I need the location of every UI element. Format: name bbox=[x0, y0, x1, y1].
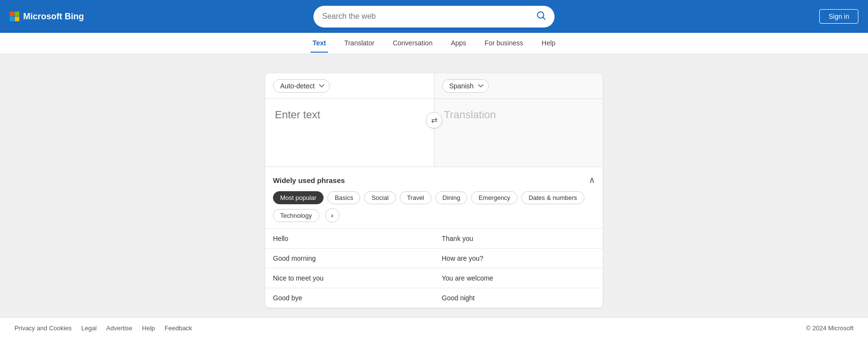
swap-languages-button[interactable]: ⇄ bbox=[426, 112, 442, 128]
svg-rect-0 bbox=[10, 12, 14, 16]
nav-item-translator[interactable]: Translator bbox=[342, 34, 377, 53]
categories-next-button[interactable]: › bbox=[325, 208, 339, 223]
search-button[interactable] bbox=[536, 11, 546, 23]
phrase-good-bye[interactable]: Good bye bbox=[265, 288, 434, 308]
category-dates-numbers[interactable]: Dates & numbers bbox=[521, 191, 584, 204]
phrases-header: Widely used phrases ∧ bbox=[265, 175, 603, 191]
phrases-categories: Most popular Basics Social Travel Dining… bbox=[265, 191, 603, 228]
collapse-phrases-button[interactable]: ∧ bbox=[589, 175, 595, 185]
category-most-popular[interactable]: Most popular bbox=[273, 191, 324, 204]
signin-button[interactable]: Sign in bbox=[819, 9, 858, 24]
target-lang-selector[interactable]: Spanish bbox=[434, 73, 603, 99]
target-panel: Spanish Translation bbox=[434, 73, 603, 167]
source-lang-dropdown[interactable]: Auto-detect bbox=[273, 79, 330, 93]
translator-panels: Auto-detect ⇄ Spanish Translation bbox=[265, 73, 603, 167]
footer-copyright: © 2024 Microsoft bbox=[806, 324, 854, 332]
target-lang-dropdown[interactable]: Spanish bbox=[442, 79, 489, 93]
nav-item-help[interactable]: Help bbox=[540, 34, 557, 53]
source-panel: Auto-detect bbox=[265, 73, 434, 167]
translation-output: Translation bbox=[434, 99, 603, 167]
phrase-good-night[interactable]: Good night bbox=[434, 288, 603, 308]
search-bar-container bbox=[313, 6, 555, 28]
category-social[interactable]: Social bbox=[364, 191, 395, 204]
nav-item-text[interactable]: Text bbox=[311, 34, 328, 53]
phrase-nice-to-meet-you[interactable]: Nice to meet you bbox=[265, 268, 434, 288]
nav: Text Translator Conversation Apps For bu… bbox=[0, 33, 868, 54]
search-bar bbox=[313, 6, 555, 28]
translator-container: Auto-detect ⇄ Spanish Translation Wid bbox=[265, 73, 603, 308]
footer-link-help[interactable]: Help bbox=[142, 324, 155, 332]
header: Microsoft Bing Sign in bbox=[0, 0, 868, 33]
footer-link-feedback[interactable]: Feedback bbox=[164, 324, 192, 332]
main-content: Auto-detect ⇄ Spanish Translation Wid bbox=[0, 54, 868, 317]
phrases-title: Widely used phrases bbox=[273, 176, 345, 184]
microsoft-logo-icon bbox=[10, 12, 19, 21]
nav-item-forbusiness[interactable]: For business bbox=[483, 34, 525, 53]
svg-rect-3 bbox=[14, 16, 19, 21]
category-basics[interactable]: Basics bbox=[327, 191, 360, 204]
logo-text: Microsoft Bing bbox=[23, 12, 84, 22]
category-emergency[interactable]: Emergency bbox=[471, 191, 517, 204]
phrases-section: Widely used phrases ∧ Most popular Basic… bbox=[265, 167, 603, 308]
phrase-hello[interactable]: Hello bbox=[265, 228, 434, 248]
svg-rect-2 bbox=[10, 16, 14, 21]
footer: Privacy and Cookies Legal Advertise Help… bbox=[0, 317, 868, 338]
category-dining[interactable]: Dining bbox=[435, 191, 468, 204]
category-technology[interactable]: Technology bbox=[273, 209, 319, 222]
footer-links: Privacy and Cookies Legal Advertise Help… bbox=[14, 324, 192, 332]
footer-link-privacy[interactable]: Privacy and Cookies bbox=[14, 324, 72, 332]
phrase-you-are-welcome[interactable]: You are welcome bbox=[434, 268, 603, 288]
svg-line-5 bbox=[543, 17, 545, 19]
phrase-how-are-you[interactable]: How are you? bbox=[434, 248, 603, 268]
nav-item-apps[interactable]: Apps bbox=[449, 34, 468, 53]
source-text-input[interactable] bbox=[265, 99, 434, 157]
search-icon bbox=[536, 11, 546, 20]
footer-link-advertise[interactable]: Advertise bbox=[106, 324, 132, 332]
logo[interactable]: Microsoft Bing bbox=[10, 12, 84, 22]
search-input[interactable] bbox=[322, 12, 532, 21]
category-travel[interactable]: Travel bbox=[400, 191, 432, 204]
phrase-thank-you[interactable]: Thank you bbox=[434, 228, 603, 248]
phrases-list: Hello Thank you Good morning How are you… bbox=[265, 228, 603, 308]
footer-link-legal[interactable]: Legal bbox=[81, 324, 97, 332]
svg-rect-1 bbox=[14, 12, 19, 16]
source-lang-selector[interactable]: Auto-detect bbox=[265, 73, 434, 99]
nav-item-conversation[interactable]: Conversation bbox=[391, 34, 434, 53]
phrase-good-morning[interactable]: Good morning bbox=[265, 248, 434, 268]
